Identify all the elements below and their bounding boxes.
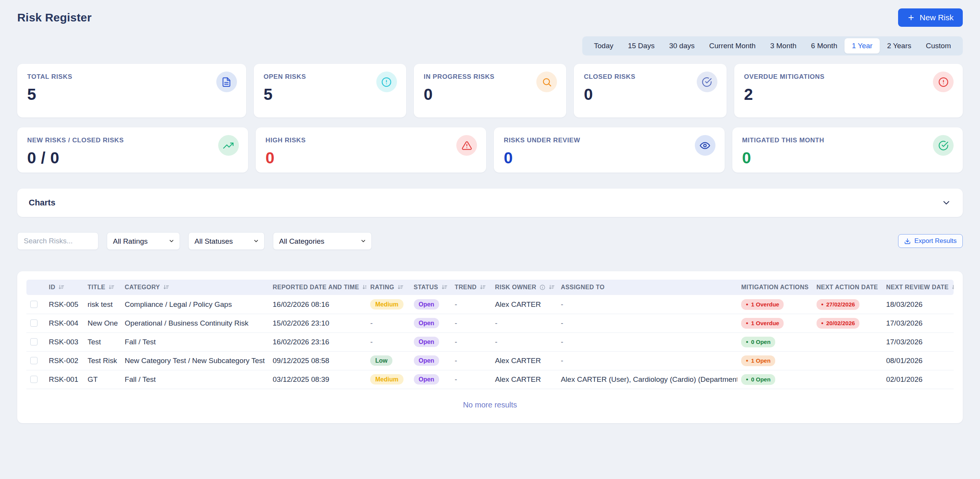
export-results-label: Export Results — [914, 237, 957, 245]
tab-today[interactable]: Today — [587, 38, 621, 54]
search-input[interactable] — [17, 232, 98, 250]
cell-rating: Medium — [366, 370, 410, 389]
cell-next-action-date — [813, 351, 882, 370]
column-header-rating[interactable]: RATING — [366, 280, 410, 295]
column-label: RISK OWNER — [495, 284, 536, 291]
cell-next-action-date — [813, 370, 882, 389]
cell-title: risk test — [84, 295, 121, 314]
tab-15-days[interactable]: 15 Days — [621, 38, 662, 54]
sort-icon[interactable] — [549, 284, 555, 290]
column-header-reported-date-and-time[interactable]: REPORTED DATE AND TIME — [269, 280, 366, 295]
cell-risk-id: RSK-005 — [45, 295, 84, 314]
tab-current-month[interactable]: Current Month — [702, 38, 763, 54]
table-header-row: IDTITLECATEGORYREPORTED DATE AND TIMERAT… — [26, 280, 954, 295]
status-badge: Open — [414, 299, 439, 310]
cell-next-action-date — [813, 332, 882, 351]
tab-2-years[interactable]: 2 Years — [880, 38, 918, 54]
cell-status: Open — [410, 332, 451, 351]
row-select-checkbox[interactable] — [30, 376, 38, 383]
status-badge: Open — [414, 337, 439, 347]
cell-trend: - — [451, 332, 491, 351]
cell-risk-owner: - — [491, 332, 557, 351]
statuses-select[interactable]: All Statuses — [188, 232, 265, 250]
search-icon — [536, 72, 557, 92]
cell-select — [26, 314, 45, 332]
column-label: CATEGORY — [125, 284, 160, 291]
charts-section-toggle[interactable]: Charts — [17, 189, 963, 217]
row-select-checkbox[interactable] — [30, 301, 38, 308]
cell-status: Open — [410, 314, 451, 332]
categories-select[interactable]: All Categories — [273, 232, 372, 250]
cell-category: Operational / Business Continuity Risk — [121, 314, 269, 332]
sort-icon[interactable] — [397, 284, 404, 290]
column-header-title[interactable]: TITLE — [84, 280, 121, 295]
risk-table: IDTITLECATEGORYREPORTED DATE AND TIMERAT… — [26, 280, 954, 389]
status-badge: Open — [414, 355, 439, 366]
table-row[interactable]: RSK-004New OneOperational / Business Con… — [26, 314, 954, 332]
cell-risk-owner: - — [491, 314, 557, 332]
column-header-id[interactable]: ID — [45, 280, 84, 295]
sort-icon[interactable] — [362, 284, 366, 290]
cell-assigned-to: - — [557, 332, 737, 351]
dot-icon: ● — [746, 302, 748, 306]
column-header-assigned-to: ASSIGNED TO — [557, 280, 737, 295]
cell-status: Open — [410, 295, 451, 314]
dot-icon: ● — [746, 340, 748, 344]
cell-rating: Medium — [366, 295, 410, 314]
stat-cards-row-2: NEW RISKS / CLOSED RISKS 0 / 0 HIGH RISK… — [17, 127, 963, 173]
new-risk-button[interactable]: New Risk — [898, 8, 963, 27]
table-row[interactable]: RSK-003TestFall / Test16/02/2026 23:16-O… — [26, 332, 954, 351]
cell-title: Test Risk — [84, 351, 121, 370]
export-results-button[interactable]: Export Results — [898, 234, 963, 248]
card-value: 0 — [424, 85, 556, 104]
table-row[interactable]: RSK-005risk testCompliance / Legal / Pol… — [26, 295, 954, 314]
sort-icon[interactable] — [952, 284, 954, 290]
ratings-select[interactable]: All Ratings — [107, 232, 180, 250]
sort-icon[interactable] — [163, 284, 170, 290]
sort-icon[interactable] — [441, 284, 448, 290]
row-select-checkbox[interactable] — [30, 357, 38, 364]
row-select-checkbox[interactable] — [30, 319, 38, 327]
cell-category: New Category Test / New Subcategory Test — [121, 351, 269, 370]
row-select-checkbox[interactable] — [30, 338, 38, 345]
sort-icon[interactable] — [480, 284, 486, 290]
categories-select-wrap: All Categories — [273, 232, 372, 250]
column-header-risk-owner[interactable]: RISK OWNER — [491, 280, 557, 295]
tab-3-month[interactable]: 3 Month — [763, 38, 804, 54]
rating-badge: Low — [370, 355, 392, 366]
cell-next-action-date: ●27/02/2026 — [813, 295, 882, 314]
sort-icon[interactable] — [58, 284, 65, 290]
sort-icon[interactable] — [108, 284, 115, 290]
table-row[interactable]: RSK-001GTFall / Test03/12/2025 08:39Medi… — [26, 370, 954, 389]
column-label: TITLE — [88, 284, 105, 291]
column-header-trend[interactable]: TREND — [451, 280, 491, 295]
alert-triangle-icon — [456, 135, 477, 156]
ratings-select-wrap: All Ratings — [107, 232, 180, 250]
cell-rating: - — [366, 314, 410, 332]
column-label: STATUS — [414, 284, 438, 291]
mitigation-pill: ●1 Overdue — [741, 318, 784, 329]
next-action-date-pill: ●27/02/2026 — [817, 299, 860, 310]
cell-risk-id: RSK-004 — [45, 314, 84, 332]
plus-icon — [907, 14, 915, 21]
dot-icon: ● — [821, 321, 824, 325]
rating-badge: Medium — [370, 374, 403, 385]
rating-badge: Medium — [370, 299, 403, 310]
chevron-down-icon[interactable] — [941, 198, 951, 208]
card-value: 0 — [584, 85, 716, 104]
tab-1-year[interactable]: 1 Year — [844, 38, 880, 54]
dot-icon: ● — [746, 358, 748, 363]
tab-6-month[interactable]: 6 Month — [804, 38, 845, 54]
cell-select — [26, 351, 45, 370]
next-action-date-pill: ●20/02/2026 — [817, 318, 860, 329]
card-closed-risks: CLOSED RISKS 0 — [574, 64, 726, 117]
column-header-category[interactable]: CATEGORY — [121, 280, 269, 295]
new-risk-label: New Risk — [920, 13, 954, 22]
table-row[interactable]: RSK-002Test RiskNew Category Test / New … — [26, 351, 954, 370]
cell-reported-date: 09/12/2025 08:58 — [269, 351, 366, 370]
column-header-status[interactable]: STATUS — [410, 280, 451, 295]
card-mitigated-this-month: MITIGATED THIS MONTH 0 — [732, 127, 963, 173]
tab-30-days[interactable]: 30 days — [662, 38, 702, 54]
tab-custom[interactable]: Custom — [919, 38, 958, 54]
column-header-next-review-date[interactable]: NEXT REVIEW DATE — [882, 280, 954, 295]
